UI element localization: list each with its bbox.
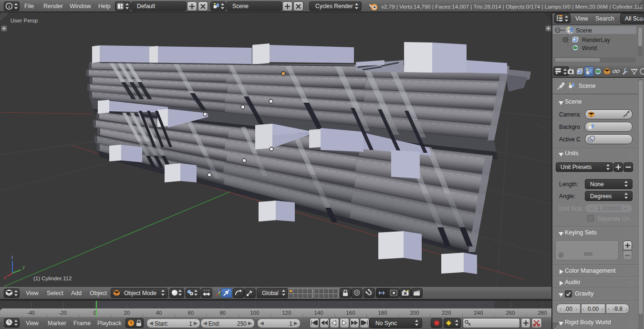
svg-text:x: x — [4, 275, 6, 280]
svg-text:y: y — [22, 265, 25, 270]
svg-text:i: i — [9, 4, 10, 9]
svg-text:z: z — [11, 255, 13, 260]
